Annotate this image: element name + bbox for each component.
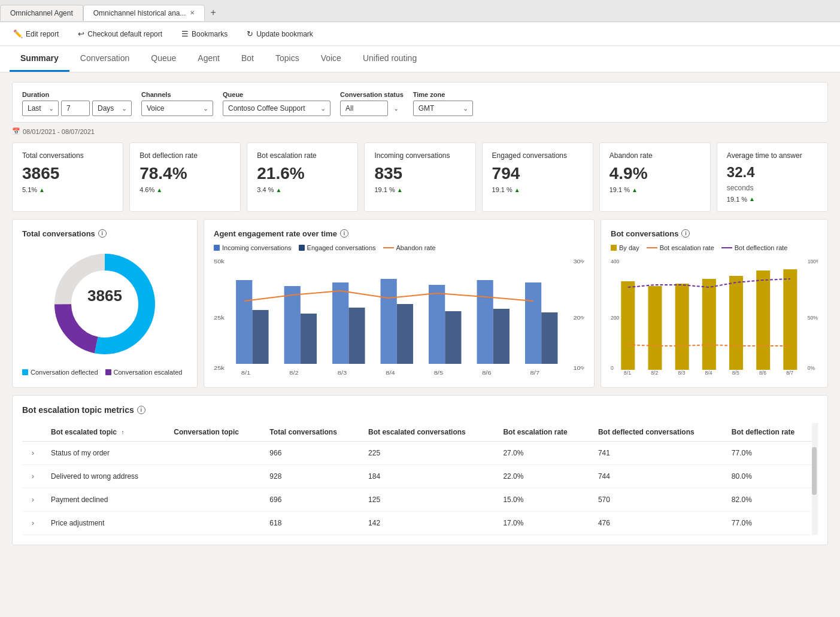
trend-up-icon: ▲	[156, 187, 162, 193]
timezone-select[interactable]: GMT	[413, 101, 473, 116]
svg-text:8/1: 8/1	[624, 370, 631, 376]
cell-topic: Payment declined	[44, 488, 166, 511]
edit-report-button[interactable]: ✏️ Edit report	[10, 27, 62, 41]
svg-text:0%: 0%	[808, 365, 815, 371]
table-row: › Delivered to wrong address 928 184 22.…	[22, 464, 818, 488]
info-icon[interactable]: i	[137, 406, 145, 414]
bookmarks-icon: ☰	[181, 29, 189, 38]
channels-label: Channels	[141, 91, 213, 98]
col-conversation-topic[interactable]: Conversation topic	[166, 423, 262, 442]
col-header-text: Bot escalated conversations	[368, 428, 466, 436]
browser-tab-historical[interactable]: Omnichannel historical ana... ✕	[83, 5, 205, 21]
info-icon[interactable]: i	[340, 229, 348, 238]
tab-queue[interactable]: Queue	[140, 46, 187, 72]
kpi-change: 19.1 % ▲	[609, 186, 700, 193]
kpi-abandon-rate: Abandon rate 4.9% 19.1 % ▲	[599, 142, 711, 212]
legend-label: Incoming conversations	[222, 244, 292, 251]
chart-title-text: Bot conversations	[611, 229, 678, 238]
update-bookmark-button[interactable]: ↻ Update bookmark	[243, 27, 317, 41]
browser-tab-agent[interactable]: Omnichannel Agent	[0, 5, 83, 21]
svg-rect-37	[621, 281, 635, 370]
close-tab-icon[interactable]: ✕	[190, 10, 195, 16]
expand-button[interactable]: ›	[29, 494, 37, 505]
kpi-title: Incoming conversations	[374, 151, 465, 161]
expand-cell[interactable]: ›	[22, 511, 44, 534]
col-bot-escalated-topic[interactable]: Bot escalated topic ↑	[44, 423, 166, 442]
bookmarks-button[interactable]: ☰ Bookmarks	[178, 27, 231, 41]
legend-color	[611, 245, 617, 251]
svg-text:8/1: 8/1	[241, 370, 251, 376]
expand-cell[interactable]: ›	[22, 464, 44, 488]
col-bot-deflection-rate[interactable]: Bot deflection rate	[724, 423, 818, 442]
col-total-conversations[interactable]: Total conversations	[262, 423, 361, 442]
kpi-engaged-conversations: Engaged conversations 794 19.1 % ▲	[482, 142, 593, 212]
bot-conversations-svg: 400 200 0 100% 50% 0%	[611, 256, 818, 376]
tab-bot[interactable]: Bot	[231, 46, 265, 72]
duration-unit-select[interactable]: Days	[92, 101, 132, 116]
trend-up-icon: ▲	[514, 187, 520, 193]
kpi-row: Total conversations 3865 5.1% ▲ Bot defl…	[12, 142, 828, 212]
svg-text:25k: 25k	[214, 315, 225, 321]
duration-value-input[interactable]	[61, 101, 90, 116]
kpi-change-value: 3.4 %	[257, 186, 274, 193]
svg-rect-15	[477, 280, 493, 364]
kpi-change: 19.1 % ▲	[727, 196, 818, 203]
kpi-change-value: 19.1 %	[727, 196, 747, 203]
timezone-filter: Time zone GMT	[413, 91, 473, 116]
cell-esc-rate: 22.0%	[496, 464, 591, 488]
col-bot-escalation-rate[interactable]: Bot escalation rate	[496, 423, 591, 442]
table-row: › Payment declined 696 125 15.0% 570 82.…	[22, 488, 818, 511]
cell-total: 966	[262, 441, 361, 464]
table-title: Bot escalation topic metrics i	[22, 405, 818, 415]
tab-conversation[interactable]: Conversation	[69, 46, 141, 72]
col-bot-deflected-conversations[interactable]: Bot deflected conversations	[591, 423, 724, 442]
svg-text:10%: 10%	[573, 365, 584, 371]
svg-text:8/7: 8/7	[530, 370, 540, 376]
bot-chart-legend: By day Bot escalation rate Bot deflectio…	[611, 244, 818, 251]
svg-rect-11	[284, 286, 301, 364]
filters-row: Duration Last Days Channels Voi	[12, 82, 828, 123]
info-icon[interactable]: i	[681, 229, 690, 238]
kpi-change: 4.6% ▲	[140, 186, 231, 193]
col-bot-escalated-conversations[interactable]: Bot escalated conversations	[361, 423, 496, 442]
agent-engagement-svg: 50k 25k 25k 30% 20% 10%	[214, 256, 584, 376]
scrollbar-thumb[interactable]	[812, 447, 817, 495]
tab-agent[interactable]: Agent	[187, 46, 231, 72]
expand-button[interactable]: ›	[29, 471, 37, 482]
legend-deflected: Conversation deflected	[22, 369, 98, 376]
kpi-value: 32.4	[727, 165, 818, 180]
duration-prefix-select[interactable]: Last	[22, 101, 59, 116]
expand-button[interactable]: ›	[29, 448, 37, 458]
tab-voice[interactable]: Voice	[310, 46, 352, 72]
kpi-change-value: 19.1 %	[609, 186, 630, 193]
svg-text:25k: 25k	[214, 365, 225, 371]
edit-report-label: Edit report	[26, 30, 59, 38]
tab-unified-routing[interactable]: Unified routing	[352, 46, 427, 72]
expand-cell[interactable]: ›	[22, 441, 44, 464]
expand-cell[interactable]: ›	[22, 488, 44, 511]
legend-abandon: Abandon rate	[383, 244, 436, 251]
cell-deflected: 476	[591, 511, 724, 534]
tab-label: Omnichannel Agent	[10, 9, 73, 17]
add-tab-button[interactable]: +	[205, 4, 222, 22]
cell-conv-topic	[166, 464, 262, 488]
checkout-default-button[interactable]: ↩ Checkout default report	[74, 27, 166, 41]
kpi-value: 794	[492, 165, 583, 183]
kpi-title: Bot escalation rate	[257, 151, 348, 161]
info-icon[interactable]: i	[98, 229, 107, 238]
status-select[interactable]: All	[340, 101, 388, 116]
queue-select[interactable]: Contoso Coffee Support	[223, 101, 330, 116]
tab-topics[interactable]: Topics	[265, 46, 310, 72]
expand-button[interactable]: ›	[29, 518, 37, 528]
cell-esc-rate: 17.0%	[496, 511, 591, 534]
cell-conv-topic	[166, 441, 262, 464]
channels-select[interactable]: Voice	[141, 101, 213, 116]
queue-label: Queue	[223, 91, 330, 98]
chart-title: Bot conversations i	[611, 229, 818, 238]
scrollbar-track[interactable]	[812, 423, 818, 535]
tab-summary[interactable]: Summary	[10, 46, 69, 72]
cell-deflected: 741	[591, 441, 724, 464]
kpi-change: 5.1% ▲	[22, 186, 113, 193]
timezone-label: Time zone	[413, 91, 473, 98]
calendar-icon: 📅	[12, 127, 20, 135]
